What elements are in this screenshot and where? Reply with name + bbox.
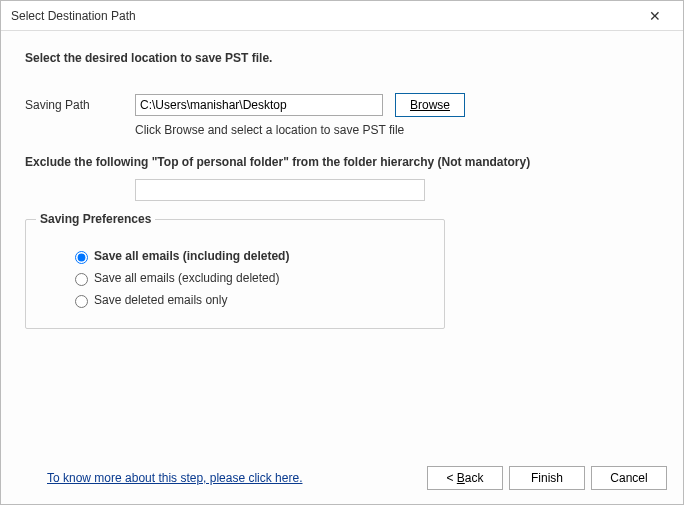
pref-radio-1[interactable] [75, 273, 88, 286]
browse-hint: Click Browse and select a location to sa… [135, 123, 659, 137]
saving-path-row: Saving Path Browse [25, 93, 659, 117]
pref-option-1[interactable]: Save all emails (excluding deleted) [70, 270, 430, 286]
footer: To know more about this step, please cli… [1, 452, 683, 504]
back-prefix: < [446, 471, 456, 485]
saving-path-input[interactable] [135, 94, 383, 116]
saving-preferences-group: Saving Preferences Save all emails (incl… [25, 219, 445, 329]
dialog-window: Select Destination Path ✕ Select the des… [0, 0, 684, 505]
cancel-button[interactable]: Cancel [591, 466, 667, 490]
browse-mnemonic: B [410, 98, 418, 112]
finish-button[interactable]: Finish [509, 466, 585, 490]
pref-radio-2[interactable] [75, 295, 88, 308]
pref-label-0: Save all emails (including deleted) [94, 249, 289, 263]
content-area: Select the desired location to save PST … [1, 31, 683, 504]
exclude-label: Exclude the following "Top of personal f… [25, 155, 659, 169]
close-button[interactable]: ✕ [635, 2, 675, 30]
pref-option-2[interactable]: Save deleted emails only [70, 292, 430, 308]
saving-preferences-legend: Saving Preferences [36, 212, 155, 226]
titlebar: Select Destination Path ✕ [1, 1, 683, 31]
pref-radio-0[interactable] [75, 251, 88, 264]
help-link[interactable]: To know more about this step, please cli… [47, 471, 421, 485]
pref-option-0[interactable]: Save all emails (including deleted) [70, 248, 430, 264]
pref-label-2: Save deleted emails only [94, 293, 227, 307]
back-mnemonic: B [457, 471, 465, 485]
window-title: Select Destination Path [11, 9, 635, 23]
exclude-input[interactable] [135, 179, 425, 201]
instruction-heading: Select the desired location to save PST … [25, 51, 659, 65]
saving-path-label: Saving Path [25, 98, 135, 112]
back-rest: ack [465, 471, 484, 485]
browse-rest: rowse [418, 98, 450, 112]
browse-button[interactable]: Browse [395, 93, 465, 117]
pref-label-1: Save all emails (excluding deleted) [94, 271, 279, 285]
close-icon: ✕ [649, 8, 661, 24]
back-button[interactable]: < Back [427, 466, 503, 490]
